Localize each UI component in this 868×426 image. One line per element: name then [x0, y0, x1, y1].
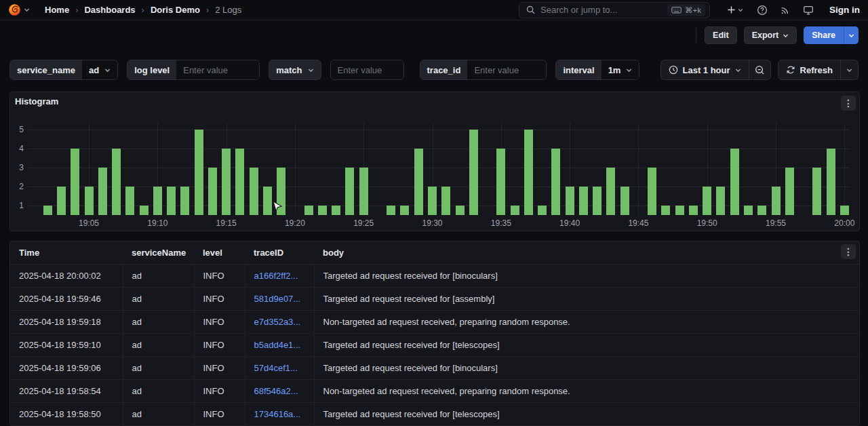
table-row: 2025-04-18 19:59:10adINFOb5add4e1...Targ…: [10, 333, 859, 356]
new-menu-button[interactable]: [722, 2, 748, 18]
trace-cell: a166f2ff2...: [245, 264, 314, 287]
breadcrumb-separator-icon: ›: [206, 5, 209, 15]
match-select[interactable]: match: [269, 60, 321, 80]
histogram-bar: [661, 206, 670, 215]
histogram-bar: [57, 187, 66, 215]
x-axis-tick-label: 19:15: [206, 218, 247, 228]
histogram-bar: [222, 149, 231, 215]
refresh-button[interactable]: Refresh: [778, 60, 840, 79]
histogram-bar: [400, 206, 409, 215]
histogram-bar: [606, 168, 615, 215]
histogram-bar: [538, 206, 547, 215]
filter-match-value: Enter value: [330, 60, 404, 80]
histogram-bar: [757, 206, 766, 215]
service-cell: ad: [123, 310, 194, 333]
histogram-bar: [716, 187, 725, 215]
sign-in-button[interactable]: Sign in: [829, 5, 860, 15]
histogram-bar: [785, 168, 794, 215]
breadcrumb-item[interactable]: Doris Demo: [151, 5, 200, 15]
histogram-bar: [98, 168, 107, 215]
trace-id-link[interactable]: b5add4e1...: [254, 340, 301, 350]
histogram-bar: [263, 187, 272, 215]
trace-id-input[interactable]: Enter value: [467, 60, 546, 79]
share-split-button: Share: [804, 26, 859, 44]
breadcrumb-item[interactable]: Dashboards: [84, 5, 135, 15]
filter-service-name: service_name ad: [9, 60, 118, 80]
column-header-level[interactable]: level: [194, 241, 245, 264]
histogram-bar: [277, 168, 285, 215]
trace-id-link[interactable]: 68f546a2...: [254, 386, 298, 396]
time-picker-group: Last 1 hour: [660, 60, 771, 80]
monitor-icon[interactable]: [800, 2, 817, 18]
body-cell: Targeted ad request received for [assemb…: [314, 287, 859, 310]
match-input[interactable]: Enter value: [331, 60, 403, 79]
x-gridline: [638, 123, 639, 215]
dashboard-toolbar: Edit Export Share: [696, 26, 859, 44]
trace-id-link[interactable]: 1734616a...: [254, 409, 301, 419]
toolbar-divider: [696, 28, 696, 43]
level-cell: INFO: [194, 264, 245, 287]
x-axis-tick-label: 19:50: [687, 218, 728, 228]
chevron-down-icon: [735, 67, 741, 73]
search-input[interactable]: Search or jump to... ⌘+k: [519, 2, 710, 18]
panel-menu-icon[interactable]: ⋮: [841, 244, 856, 259]
org-menu[interactable]: [8, 3, 30, 16]
share-caret-button[interactable]: [844, 26, 859, 44]
news-rss-icon[interactable]: [776, 2, 794, 18]
breadcrumb: Home›Dashboards›Doris Demo›2 Logs: [45, 5, 241, 15]
chevron-down-icon: [308, 67, 314, 73]
trace-cell: 581d9e07...: [245, 287, 314, 310]
log-level-input[interactable]: Enter value: [176, 60, 259, 79]
time-cell: 2025-04-18 19:59:18: [10, 310, 123, 333]
histogram-bar: [250, 168, 258, 215]
column-header-servicename[interactable]: serviceName: [123, 241, 194, 264]
histogram-bar: [180, 187, 189, 215]
nav-icon-group: Sign in: [722, 2, 860, 18]
refresh-icon: [786, 65, 795, 75]
histogram-bar: [153, 187, 162, 215]
column-header-time[interactable]: Time: [10, 241, 123, 264]
service-name-select[interactable]: ad: [82, 60, 117, 79]
zoom-out-time-button[interactable]: [749, 60, 770, 79]
table-row: 2025-04-18 19:59:46adINFO581d9e07...Targ…: [10, 287, 859, 310]
histogram-bar: [441, 187, 450, 215]
filter-log-level: log level Enter value: [127, 60, 260, 80]
y-axis-tick-label: 4: [10, 144, 24, 153]
y-axis-tick-label: 3: [10, 163, 24, 172]
column-header-traceid[interactable]: traceID: [245, 241, 314, 264]
x-axis-tick-label: 19:30: [412, 218, 453, 228]
body-cell: Targeted ad request received for [binocu…: [314, 264, 859, 287]
edit-button[interactable]: Edit: [705, 26, 737, 44]
x-axis-tick-label: 19:10: [137, 218, 178, 228]
histogram-bar: [703, 187, 711, 215]
level-cell: INFO: [194, 356, 245, 379]
trace-id-link[interactable]: 581d9e07...: [254, 294, 301, 304]
body-cell: Targeted ad request received for [telesc…: [314, 333, 859, 356]
help-icon[interactable]: [753, 2, 771, 18]
grafana-logo-icon: [8, 3, 21, 16]
trace-id-link[interactable]: a166f2ff2...: [254, 271, 298, 281]
y-gridline: [28, 187, 850, 187]
search-icon: [526, 5, 535, 14]
time-cell: 2025-04-18 19:59:06: [10, 356, 123, 379]
histogram-bar: [359, 168, 368, 215]
histogram-bar: [235, 149, 244, 215]
column-header-body[interactable]: body: [314, 241, 859, 264]
time-range-picker[interactable]: Last 1 hour: [661, 60, 749, 79]
trace-id-link[interactable]: 57d4cef1...: [254, 363, 298, 373]
x-axis-tick-label: 19:45: [618, 218, 658, 228]
histogram-bar: [456, 206, 465, 215]
refresh-interval-caret[interactable]: [840, 60, 858, 79]
trace-id-link[interactable]: e7d352a3...: [254, 317, 301, 327]
filter-trace-id: trace_id Enter value: [420, 60, 547, 80]
histogram-bar: [593, 187, 601, 215]
x-axis-tick-label: 19:20: [275, 218, 315, 228]
service-cell: ad: [123, 379, 194, 402]
histogram-bar: [496, 149, 505, 215]
export-button[interactable]: Export: [744, 26, 797, 44]
grafana-dashboard-page: Home›Dashboards›Doris Demo›2 Logs Search…: [0, 0, 868, 426]
share-button[interactable]: Share: [804, 26, 844, 44]
breadcrumb-item[interactable]: Home: [45, 5, 69, 15]
x-gridline: [295, 123, 296, 215]
interval-select[interactable]: 1m: [601, 60, 639, 79]
